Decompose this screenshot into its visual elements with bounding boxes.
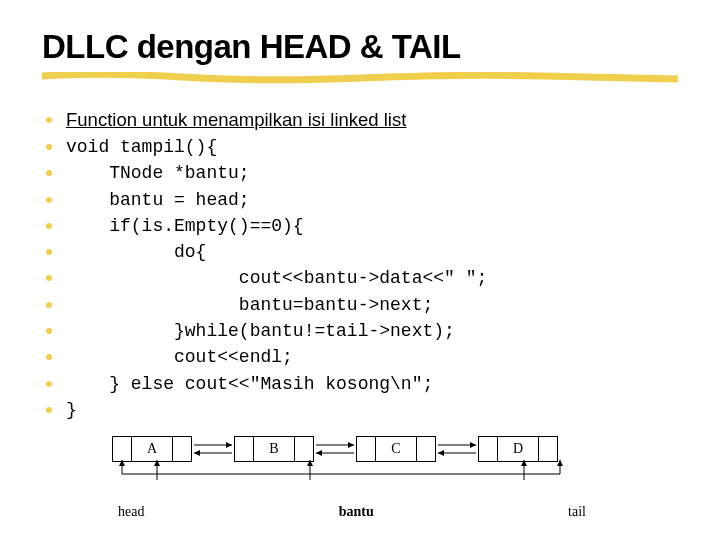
list-item: cout<<bantu->data<<" "; — [42, 266, 678, 290]
list-text: Function untuk menampilkan isi linked li… — [66, 108, 406, 133]
list-text: if(is.Empty()==0){ — [66, 214, 304, 238]
list-item: } — [42, 398, 678, 422]
bullet-icon — [46, 407, 52, 413]
list-text: bantu = head; — [66, 188, 250, 212]
bullet-icon — [46, 381, 52, 387]
bullet-icon — [46, 354, 52, 360]
dll-node: D — [478, 436, 558, 462]
bullet-icon — [46, 328, 52, 334]
bullet-icon — [46, 170, 52, 176]
svg-marker-9 — [470, 442, 476, 448]
slide-title: DLLC dengan HEAD & TAIL — [42, 28, 678, 66]
dll-node: C — [356, 436, 436, 462]
pointer-label-tail: tail — [568, 504, 586, 520]
dll-node: B — [234, 436, 314, 462]
list-item: bantu=bantu->next; — [42, 293, 678, 317]
double-arrow-icon — [436, 437, 478, 461]
list-text: bantu=bantu->next; — [66, 293, 433, 317]
svg-marker-1 — [226, 442, 232, 448]
bullet-list: Function untuk menampilkan isi linked li… — [42, 108, 678, 422]
list-text: TNode *bantu; — [66, 161, 250, 185]
bullet-icon — [46, 223, 52, 229]
list-text: } else cout<<"Masih kosong\n"; — [66, 372, 433, 396]
svg-marker-7 — [316, 450, 322, 456]
list-item: void tampil(){ — [42, 135, 678, 159]
node-label: B — [254, 437, 295, 461]
node-label: C — [376, 437, 417, 461]
svg-marker-11 — [438, 450, 444, 456]
list-text: }while(bantu!=tail->next); — [66, 319, 455, 343]
list-text: cout<<bantu->data<<" "; — [66, 266, 487, 290]
svg-marker-3 — [194, 450, 200, 456]
list-item: bantu = head; — [42, 188, 678, 212]
list-text: cout<<endl; — [66, 345, 293, 369]
list-item: Function untuk menampilkan isi linked li… — [42, 108, 678, 133]
circular-link-icon — [112, 460, 572, 482]
node-label: D — [498, 437, 539, 461]
list-item: if(is.Empty()==0){ — [42, 214, 678, 238]
list-item: } else cout<<"Masih kosong\n"; — [42, 372, 678, 396]
linked-list-diagram: A B C D — [112, 436, 592, 520]
list-text: do{ — [66, 240, 206, 264]
list-item: cout<<endl; — [42, 345, 678, 369]
bullet-icon — [46, 249, 52, 255]
list-item: do{ — [42, 240, 678, 264]
list-item: TNode *bantu; — [42, 161, 678, 185]
double-arrow-icon — [314, 437, 356, 461]
bullet-icon — [46, 144, 52, 150]
svg-marker-5 — [348, 442, 354, 448]
pointer-label-head: head — [118, 504, 144, 520]
bullet-icon — [46, 302, 52, 308]
bullet-icon — [46, 197, 52, 203]
bullet-icon — [46, 117, 52, 123]
dll-node: A — [112, 436, 192, 462]
list-text: void tampil(){ — [66, 135, 217, 159]
node-label: A — [132, 437, 173, 461]
bullet-icon — [46, 275, 52, 281]
double-arrow-icon — [192, 437, 234, 461]
pointer-label-bantu: bantu — [339, 504, 374, 520]
list-item: }while(bantu!=tail->next); — [42, 319, 678, 343]
title-underline — [42, 72, 678, 86]
list-text: } — [66, 398, 77, 422]
